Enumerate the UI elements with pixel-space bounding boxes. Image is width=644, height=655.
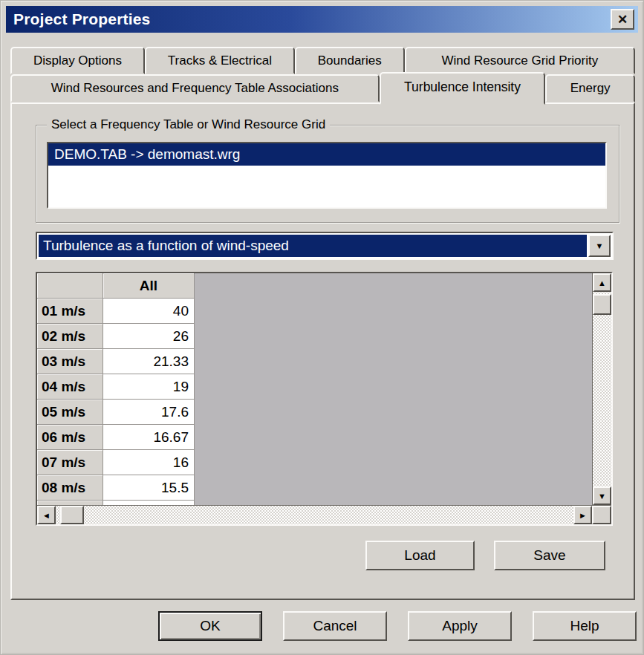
- tab-row-1: Display Options Tracks & Electrical Boun…: [10, 47, 635, 74]
- save-button[interactable]: Save: [494, 541, 605, 570]
- table-row[interactable]: 06 m/s 16.67: [37, 425, 592, 450]
- title-bar[interactable]: Project Properties ✕: [6, 6, 638, 33]
- tab-label: Tracks & Electrical: [168, 53, 272, 68]
- row-filler: [195, 349, 592, 374]
- apply-button-label: Apply: [442, 618, 478, 634]
- tab-boundaries[interactable]: Boundaries: [295, 47, 405, 74]
- grid-corner-cell: [37, 273, 103, 299]
- vertical-scrollbar-track[interactable]: [593, 315, 611, 486]
- combobox-value-label: Turbulence as a function of wind-speed: [43, 238, 289, 254]
- horizontal-scrollbar-track[interactable]: [84, 506, 573, 524]
- tab-display-options[interactable]: Display Options: [10, 47, 145, 74]
- tab-label: Wind Resource Grid Priority: [442, 53, 599, 68]
- frequency-table-listbox[interactable]: DEMO.TAB -> demomast.wrg: [47, 142, 607, 209]
- table-row[interactable]: 03 m/s 21.33: [37, 349, 592, 374]
- tab-wind-resource-grid-priority[interactable]: Wind Resource Grid Priority: [405, 47, 635, 74]
- tab-label: Wind Resources and Frequency Table Assoc…: [51, 81, 339, 96]
- cancel-button[interactable]: Cancel: [283, 611, 387, 641]
- load-button[interactable]: Load: [365, 541, 475, 570]
- value-cell[interactable]: 16: [103, 450, 195, 475]
- row-header-cell[interactable]: 06 m/s: [37, 425, 103, 450]
- save-button-label: Save: [533, 547, 565, 564]
- value-cell[interactable]: 21.33: [103, 349, 195, 374]
- scroll-up-button[interactable]: ▲: [593, 273, 611, 292]
- row-filler: [195, 299, 592, 324]
- table-row[interactable]: 05 m/s 17.6: [37, 400, 592, 425]
- grid-header-filler: [195, 273, 592, 299]
- value-cell[interactable]: 17.6: [103, 400, 195, 425]
- row-filler: [195, 475, 592, 501]
- help-button[interactable]: Help: [533, 611, 637, 641]
- tab-label: Display Options: [33, 53, 122, 68]
- ok-button-label: OK: [200, 618, 220, 634]
- horizontal-scrollbar-thumb[interactable]: [60, 506, 84, 524]
- scroll-down-button[interactable]: ▼: [593, 486, 611, 505]
- turbulence-intensity-panel: Select a Frequency Table or Wind Resourc…: [10, 102, 635, 600]
- ok-button[interactable]: OK: [158, 611, 262, 641]
- value-cell[interactable]: 15.5: [103, 475, 195, 501]
- grid-bottom-bar: ◄ ►: [37, 505, 611, 524]
- table-row[interactable]: 01 m/s 40: [37, 299, 592, 324]
- turbulence-grid: All 01 m/s 40 02 m/s 26 03 m/s 21.33 04 …: [36, 272, 613, 526]
- tab-turbulence-intensity[interactable]: Turbulence Intensity: [380, 72, 546, 105]
- row-filler: [195, 374, 592, 400]
- scroll-right-icon: ►: [579, 511, 587, 520]
- chevron-down-icon: ▼: [596, 241, 604, 250]
- tab-wind-resources-associations[interactable]: Wind Resources and Frequency Table Assoc…: [10, 74, 380, 102]
- combobox-selected-value: Turbulence as a function of wind-speed: [39, 235, 587, 257]
- vertical-scrollbar[interactable]: ▲ ▼: [592, 273, 611, 505]
- row-header-cell[interactable]: 01 m/s: [37, 299, 103, 324]
- tab-energy[interactable]: Energy: [545, 74, 635, 102]
- grid-content: All 01 m/s 40 02 m/s 26 03 m/s 21.33 04 …: [37, 273, 592, 505]
- grid-column-header[interactable]: All: [103, 273, 195, 299]
- table-row[interactable]: 08 m/s 15.5: [37, 475, 592, 501]
- table-row[interactable]: 07 m/s 16: [37, 450, 592, 475]
- row-header-cell[interactable]: 07 m/s: [37, 450, 103, 475]
- close-button[interactable]: ✕: [611, 9, 634, 30]
- row-header-cell[interactable]: 03 m/s: [37, 349, 103, 374]
- scroll-left-button[interactable]: ◄: [37, 506, 56, 524]
- tab-row-2: Wind Resources and Frequency Table Assoc…: [10, 74, 635, 102]
- scroll-up-icon: ▲: [598, 278, 606, 287]
- tab-label: Turbulence Intensity: [404, 79, 521, 95]
- scroll-right-button[interactable]: ►: [573, 506, 592, 524]
- row-filler: [195, 450, 592, 475]
- groupbox-label: Select a Frequency Table or Wind Resourc…: [47, 117, 330, 132]
- help-button-label: Help: [570, 618, 599, 634]
- scroll-left-icon: ◄: [42, 511, 51, 520]
- table-row[interactable]: 04 m/s 19: [37, 374, 592, 400]
- tab-tracks-electrical[interactable]: Tracks & Electrical: [145, 47, 295, 74]
- grid-rows: 01 m/s 40 02 m/s 26 03 m/s 21.33 04 m/s …: [37, 299, 592, 505]
- grid-header-row: All: [37, 273, 592, 299]
- frequency-table-groupbox: Select a Frequency Table or Wind Resourc…: [36, 125, 619, 223]
- turbulence-mode-combobox[interactable]: Turbulence as a function of wind-speed ▼: [36, 232, 614, 260]
- tab-label: Boundaries: [318, 53, 382, 68]
- load-button-label: Load: [404, 547, 435, 564]
- row-header-cell[interactable]: 05 m/s: [37, 400, 103, 425]
- value-cell[interactable]: 40: [103, 299, 195, 324]
- scroll-down-icon: ▼: [598, 492, 606, 501]
- tab-label: Energy: [570, 81, 611, 96]
- value-cell[interactable]: 26: [103, 324, 195, 349]
- value-cell[interactable]: 16.67: [103, 425, 195, 450]
- dialog-footer: OK Cancel Apply Help: [6, 611, 638, 641]
- window-title: Project Properties: [13, 10, 611, 28]
- table-row[interactable]: 02 m/s 26: [37, 324, 592, 349]
- row-filler: [195, 400, 592, 425]
- list-item-label: DEMO.TAB -> demomast.wrg: [54, 146, 240, 162]
- tab-strip: Display Options Tracks & Electrical Boun…: [10, 47, 635, 102]
- row-header-cell[interactable]: 02 m/s: [37, 324, 103, 349]
- row-header-cell[interactable]: 04 m/s: [37, 374, 103, 400]
- list-item[interactable]: DEMO.TAB -> demomast.wrg: [48, 143, 605, 166]
- close-icon: ✕: [617, 12, 628, 27]
- combobox-dropdown-button[interactable]: ▼: [588, 235, 611, 257]
- horizontal-scrollbar[interactable]: ◄ ►: [37, 506, 592, 524]
- vertical-scrollbar-thumb[interactable]: [593, 294, 611, 315]
- grid-main: All 01 m/s 40 02 m/s 26 03 m/s 21.33 04 …: [37, 273, 611, 505]
- value-cell[interactable]: 19: [103, 374, 195, 400]
- row-filler: [195, 324, 592, 349]
- row-header-cell[interactable]: 08 m/s: [37, 475, 103, 501]
- row-filler: [195, 425, 592, 450]
- apply-button[interactable]: Apply: [408, 611, 512, 641]
- scrollbar-corner: [592, 506, 611, 524]
